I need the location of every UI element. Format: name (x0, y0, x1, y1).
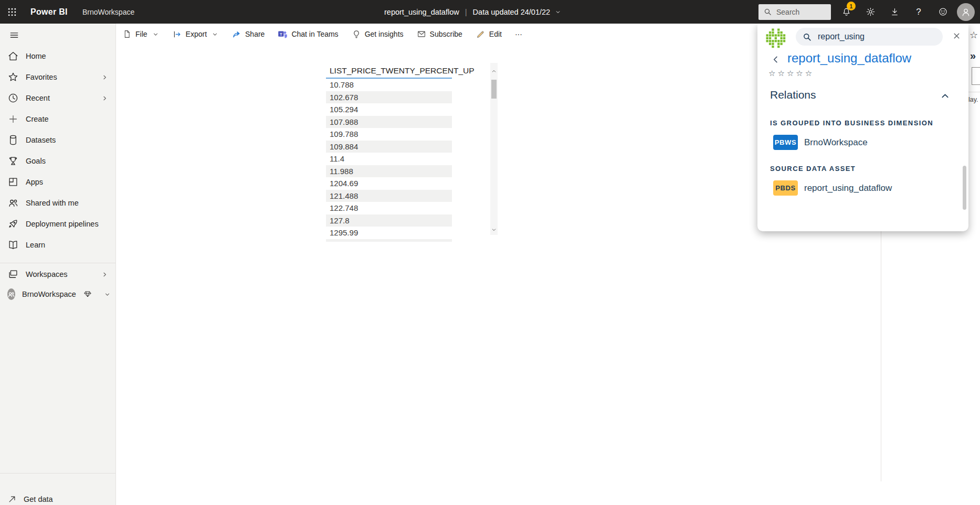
gear-icon (866, 7, 876, 17)
toolbar-item-export[interactable]: Export (172, 29, 218, 39)
waffle-menu-icon[interactable] (0, 0, 24, 24)
sidebar-item-recent[interactable]: Recent (0, 88, 115, 109)
relations-section-title: Relations (770, 89, 816, 101)
asset-type-badge: PBDS (773, 180, 798, 196)
teams-icon: T (278, 29, 288, 39)
database-icon (7, 134, 19, 146)
person-icon (960, 6, 972, 18)
sidebar-item-learn[interactable]: Learn (0, 234, 115, 255)
download-icon (890, 7, 900, 17)
account-avatar[interactable] (957, 3, 975, 21)
svg-text:T: T (280, 31, 282, 36)
rating-stars[interactable]: ☆☆☆☆☆ (768, 69, 814, 78)
sidebar-item-shared-with-me[interactable]: Shared with me (0, 192, 115, 213)
toolbar-item-subscribe[interactable]: Subscribe (417, 29, 462, 39)
table-row: 10.788 (326, 79, 452, 91)
panel-scrollbar-thumb[interactable] (963, 166, 966, 210)
notifications-button[interactable]: 1 (834, 0, 858, 24)
back-chevron-icon[interactable] (771, 55, 781, 65)
feedback-button[interactable] (931, 0, 955, 24)
filter-pane-partial-text: lay. (968, 96, 978, 103)
relation-item-label[interactable]: report_using_dataflow (804, 183, 892, 194)
chevron-down-icon (212, 31, 218, 38)
arrow-up-right-icon (7, 495, 17, 504)
file-icon (122, 29, 132, 39)
book-icon (7, 239, 19, 251)
table-vertical-scrollbar[interactable] (490, 63, 498, 235)
hamburger-menu-icon[interactable] (7, 28, 22, 42)
toolbar-item-[interactable]: ··· (515, 30, 522, 38)
plus-icon (7, 113, 19, 125)
toolbar-item-share[interactable]: Share (231, 29, 265, 39)
search-icon (802, 32, 812, 42)
table-row: 109.788 (326, 128, 452, 141)
catalog-overlay-panel: report_using_dataflow ☆☆☆☆☆ Relations IS… (757, 24, 968, 231)
chevron-right-icon (101, 271, 108, 278)
sidebar-item-deployment-pipelines[interactable]: Deployment pipelines (0, 213, 115, 234)
table-row-partial (326, 239, 452, 242)
premium-diamond-icon (83, 289, 92, 299)
sidebar-item-goals[interactable]: Goals (0, 151, 115, 171)
sidebar-item-favorites[interactable]: Favorites (0, 67, 115, 88)
asset-title-link[interactable]: report_using_dataflow (787, 51, 911, 66)
global-search-input[interactable]: Search (758, 4, 831, 20)
apps-icon (7, 176, 19, 188)
title-separator: | (465, 7, 467, 16)
scrollbar-thumb[interactable] (491, 80, 497, 99)
catalog-search-input[interactable] (817, 31, 924, 42)
toolbar-item-get-insights[interactable]: Get insights (352, 29, 404, 39)
chevron-down-icon[interactable] (555, 9, 561, 15)
collapse-pane-chevrons-icon[interactable]: » (970, 50, 976, 62)
filter-pane-divider (968, 92, 980, 92)
clock-icon (7, 92, 19, 104)
pencil-icon (476, 29, 486, 39)
table-row: 11.988 (326, 165, 452, 178)
table-column-header[interactable]: LIST_PRICE_TWENTY_PERCENT_UP (326, 63, 452, 79)
catalog-logo-icon (766, 28, 786, 48)
sidebar-item-apps[interactable]: Apps (0, 171, 115, 192)
table-row: 107.988 (326, 116, 452, 128)
collapse-section-icon[interactable] (940, 91, 950, 101)
sidebar-divider (0, 473, 115, 474)
filter-pane-search-corner (972, 67, 980, 85)
relation-group-heading: SOURCE DATA ASSET (770, 165, 856, 173)
relation-item-label[interactable]: BrnoWorkspace (804, 137, 868, 148)
sidebar-item-workspaces[interactable]: Workspaces (0, 264, 115, 285)
chevron-down-icon[interactable] (104, 291, 111, 298)
workspace-avatar (7, 288, 15, 300)
table-row: 102.678 (326, 91, 452, 104)
sidebar-item-home[interactable]: Home (0, 46, 115, 67)
help-button[interactable]: ? (907, 0, 931, 24)
toolbar-item-file[interactable]: File (122, 29, 159, 39)
close-icon[interactable] (952, 31, 961, 40)
scroll-up-icon[interactable] (490, 68, 498, 75)
table-row: 127.8 (326, 214, 452, 227)
smiley-icon (938, 7, 948, 17)
sidebar-item-current-workspace[interactable]: BrnoWorkspace (0, 284, 115, 305)
scroll-down-icon[interactable] (490, 226, 498, 233)
search-icon (763, 7, 772, 16)
toolbar-item-edit[interactable]: Edit (476, 29, 502, 39)
star-icon (7, 71, 19, 83)
data-updated-label[interactable]: Data updated 24/01/22 (473, 8, 551, 16)
relation-item[interactable]: PBDSreport_using_dataflow (773, 180, 892, 196)
chevron-down-icon (152, 31, 159, 38)
topbar-workspace-name[interactable]: BrnoWorkspace (82, 8, 134, 16)
sidebar-item-get-data[interactable]: Get data (0, 489, 115, 505)
table-row: 105.294 (326, 103, 452, 116)
sidebar-item-datasets[interactable]: Datasets (0, 130, 115, 151)
relation-item[interactable]: PBWSBrnoWorkspace (773, 135, 868, 150)
workspaces-icon (7, 268, 19, 280)
settings-button[interactable] (858, 0, 882, 24)
sidebar-item-create[interactable]: Create (0, 109, 115, 130)
toolbar-item-chat-in-teams[interactable]: TChat in Teams (278, 29, 338, 39)
table-row: 109.884 (326, 141, 452, 153)
sidebar-divider (0, 263, 115, 263)
table-row: 121.488 (326, 190, 452, 202)
home-icon (7, 50, 19, 62)
favorite-report-star-icon[interactable]: ☆ (970, 29, 978, 41)
catalog-search-field[interactable] (796, 28, 943, 46)
envelope-icon (417, 29, 426, 39)
download-button[interactable] (882, 0, 907, 24)
nav-sidebar: HomeFavoritesRecentCreateDatasetsGoalsAp… (0, 24, 116, 505)
